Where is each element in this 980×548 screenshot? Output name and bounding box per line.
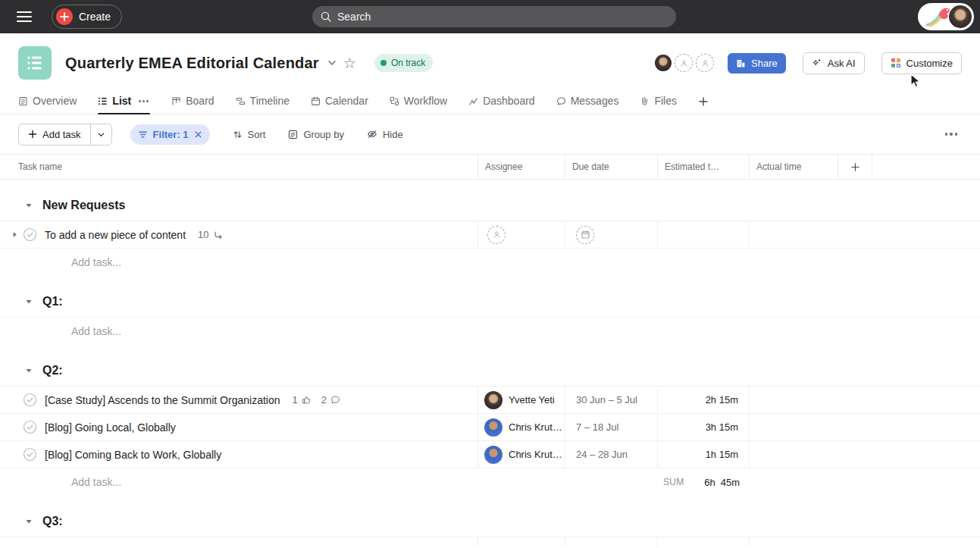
project-list-icon[interactable] xyxy=(18,46,52,80)
tab-label: Dashboard xyxy=(483,95,535,107)
add-task-button[interactable]: Add task xyxy=(18,124,112,146)
sort-button[interactable]: Sort xyxy=(233,129,266,140)
create-button[interactable]: Create xyxy=(52,5,122,29)
sparkles-icon xyxy=(812,58,822,68)
customize-grid-icon xyxy=(891,58,901,68)
sum-label: SUM xyxy=(663,477,684,487)
status-badge[interactable]: On track xyxy=(374,54,433,72)
assignee-name[interactable]: Chris Krutz… xyxy=(509,421,565,433)
invite-member-placeholder[interactable] xyxy=(696,54,714,72)
sort-label: Sort xyxy=(248,129,266,140)
plus-icon xyxy=(28,130,37,139)
section-header[interactable]: New Requests xyxy=(0,190,980,221)
column-header-actual-time[interactable]: Actual time xyxy=(749,155,838,179)
task-name[interactable]: [Blog] Coming Back to Work, Globally xyxy=(45,449,221,461)
tab-dashboard[interactable]: Dashboard xyxy=(468,95,535,114)
tab-timeline[interactable]: Timeline xyxy=(236,95,290,114)
column-header-task-name[interactable]: Task name xyxy=(0,155,477,179)
add-task-row[interactable]: Add task... SUM 6h 45m xyxy=(0,468,980,496)
filter-icon xyxy=(138,130,148,139)
tab-files[interactable]: Files xyxy=(640,95,677,114)
invite-member-placeholder[interactable] xyxy=(675,54,693,72)
eye-off-icon xyxy=(367,129,377,139)
add-view-button[interactable] xyxy=(698,96,709,114)
search-placeholder: Search xyxy=(337,11,371,23)
estimated-time[interactable]: 2h 15m xyxy=(706,394,738,406)
due-date-placeholder-icon[interactable] xyxy=(576,226,594,244)
assignee-name[interactable]: Yvette Yeti xyxy=(509,394,555,406)
add-task-row[interactable]: Add task... xyxy=(0,318,980,345)
table-row[interactable]: [Case Study] Ascends to the Summit Organ… xyxy=(0,387,980,414)
complete-checkbox-icon[interactable] xyxy=(23,447,37,462)
group-by-button[interactable]: Group by xyxy=(288,129,343,140)
comment-icon[interactable] xyxy=(330,395,340,405)
add-task-dropdown[interactable] xyxy=(90,124,111,145)
actual-time-cell[interactable] xyxy=(749,387,838,413)
task-name[interactable]: [Case Study] Ascends to the Summit Organ… xyxy=(45,394,280,406)
sum-hours: 6h xyxy=(704,477,715,488)
filter-chip[interactable]: Filter: 1 xyxy=(130,124,210,145)
tab-options-icon[interactable] xyxy=(137,99,150,104)
column-header-due-date[interactable]: Due date xyxy=(565,155,657,179)
member-avatar[interactable] xyxy=(655,55,672,71)
customize-button[interactable]: Customize xyxy=(881,52,962,74)
tab-overview[interactable]: Overview xyxy=(18,95,77,114)
section-header[interactable]: Q2: xyxy=(0,355,980,386)
add-column-button[interactable] xyxy=(838,155,872,179)
favorite-star-icon[interactable]: ☆ xyxy=(343,56,356,70)
expand-subtasks-icon[interactable] xyxy=(6,231,23,238)
tab-board[interactable]: Board xyxy=(171,95,214,114)
global-topbar: Create Search xyxy=(0,0,980,33)
add-task-row[interactable]: Add task... xyxy=(0,249,980,276)
group-by-icon xyxy=(288,130,298,139)
table-row[interactable]: [Blog] Going Local, Globally Chris Krutz… xyxy=(0,414,980,441)
tab-list[interactable]: List xyxy=(98,95,150,114)
list-toolbar: Add task Filter: 1 Sort Group by Hide xyxy=(0,114,980,154)
complete-checkbox-icon[interactable] xyxy=(23,393,37,407)
complete-checkbox-icon[interactable] xyxy=(23,227,37,242)
share-button[interactable]: Share xyxy=(728,53,786,74)
add-task-row-label: Add task... xyxy=(71,476,121,488)
section-title: Q2: xyxy=(42,364,63,377)
tab-calendar[interactable]: Calendar xyxy=(311,95,368,114)
section-header[interactable]: Q3: xyxy=(0,506,980,537)
section-title: New Requests xyxy=(42,199,125,212)
sort-icon xyxy=(233,130,243,139)
collapse-triangle-icon xyxy=(25,367,33,374)
tab-messages[interactable]: Messages xyxy=(556,95,619,114)
more-options-icon[interactable] xyxy=(941,128,963,140)
search-input[interactable]: Search xyxy=(312,6,676,27)
assignee-placeholder-icon[interactable] xyxy=(487,226,506,244)
estimated-time-cell[interactable] xyxy=(657,221,749,248)
member-avatars xyxy=(655,54,714,72)
table-row[interactable]: To add a new piece of content 10 xyxy=(0,221,980,249)
actual-time-cell[interactable] xyxy=(749,414,838,440)
hide-button[interactable]: Hide xyxy=(367,129,403,140)
ask-ai-button-label: Ask AI xyxy=(828,58,856,69)
column-header-assignee[interactable]: Assignee xyxy=(477,155,565,179)
section-new-requests: New Requests To add a new piece of conte… xyxy=(0,190,980,276)
due-date[interactable]: 30 Jun – 5 Jul xyxy=(576,394,637,406)
chevron-down-icon[interactable] xyxy=(327,58,337,68)
assignee-name[interactable]: Chris Krutz… xyxy=(509,449,565,460)
tab-workflow[interactable]: Workflow xyxy=(390,95,447,114)
tab-label: Timeline xyxy=(250,95,290,107)
complete-checkbox-icon[interactable] xyxy=(23,420,37,434)
estimated-time[interactable]: 3h 15m xyxy=(706,421,738,433)
actual-time-cell[interactable] xyxy=(749,221,838,248)
due-date[interactable]: 24 – 28 Jun xyxy=(576,449,628,460)
estimated-time[interactable]: 1h 15m xyxy=(706,449,738,460)
actual-time-cell[interactable] xyxy=(749,441,838,468)
column-header-estimated-time[interactable]: Estimated t… xyxy=(657,155,749,179)
ask-ai-button[interactable]: Ask AI xyxy=(803,52,865,74)
task-name[interactable]: To add a new piece of content xyxy=(45,229,186,241)
close-icon[interactable] xyxy=(194,130,202,139)
table-row[interactable]: [Blog] Coming Back to Work, Globally Chr… xyxy=(0,441,980,468)
task-name[interactable]: [Blog] Going Local, Globally xyxy=(45,421,176,434)
section-header[interactable]: Q1: xyxy=(0,287,980,317)
sidebar-toggle-icon[interactable] xyxy=(17,11,32,22)
due-date[interactable]: 7 – 18 Jul xyxy=(576,421,618,433)
user-menu[interactable] xyxy=(918,3,974,30)
thumbs-up-icon[interactable] xyxy=(302,395,312,405)
section-q2: Q2: [Case Study] Ascends to the Summit O… xyxy=(0,355,980,496)
